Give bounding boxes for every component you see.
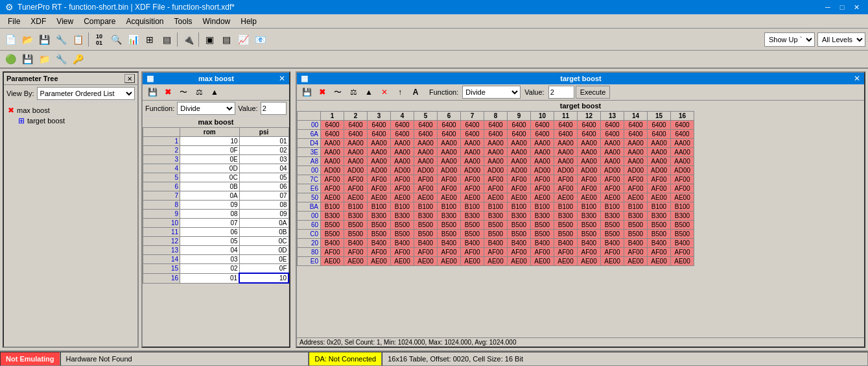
- tb-cell[interactable]: AA00: [344, 157, 368, 166]
- mb-cell-psi[interactable]: 0A: [239, 219, 288, 228]
- tb-cell[interactable]: AF00: [601, 184, 624, 193]
- tb-cell[interactable]: AE00: [624, 193, 648, 202]
- tb-cell[interactable]: B300: [554, 212, 578, 221]
- tree-item-target-boost[interactable]: ⊞ target boost: [17, 116, 135, 126]
- tb-cell[interactable]: B100: [414, 202, 438, 212]
- tb-cell[interactable]: B400: [554, 239, 578, 248]
- tb-cell[interactable]: AE00: [438, 257, 461, 266]
- mb-cell-psi[interactable]: 02: [239, 146, 288, 155]
- mb-cell-rom[interactable]: 06: [180, 228, 240, 237]
- mb-cell-rom[interactable]: 0A: [180, 191, 240, 201]
- tb-cell[interactable]: AA00: [368, 157, 391, 166]
- tb-cell[interactable]: B100: [344, 202, 368, 212]
- tb-cell[interactable]: B100: [601, 202, 624, 212]
- tb-cell[interactable]: AF00: [438, 184, 461, 193]
- tb-cell[interactable]: AA00: [321, 139, 344, 148]
- mb-function-select[interactable]: Divide Multiply Add Subtract: [177, 102, 235, 115]
- tb-cell[interactable]: B500: [531, 230, 554, 239]
- tb-cell[interactable]: B100: [531, 202, 554, 212]
- tb-cell[interactable]: AA00: [414, 148, 438, 157]
- tb-cell[interactable]: AE00: [531, 257, 554, 266]
- tb-cell[interactable]: AE00: [414, 193, 438, 202]
- mb-cell-psi[interactable]: 0E: [239, 255, 288, 264]
- tb-cell[interactable]: AF00: [391, 184, 414, 193]
- table-row[interactable]: 12050C: [143, 237, 289, 246]
- menu-view[interactable]: View: [51, 16, 78, 27]
- mb-cell-psi[interactable]: 04: [239, 164, 288, 173]
- tb-cell[interactable]: AF00: [321, 248, 344, 257]
- tb-cell[interactable]: AE00: [321, 193, 344, 202]
- tb-cell[interactable]: 6400: [368, 130, 391, 139]
- tb-cell[interactable]: B300: [624, 212, 648, 221]
- table-row[interactable]: 160110: [143, 273, 289, 283]
- tb-cell[interactable]: AE00: [391, 257, 414, 266]
- tb-cell[interactable]: AA00: [671, 139, 694, 148]
- tb-cell[interactable]: AA00: [391, 157, 414, 166]
- tb-cell[interactable]: B500: [461, 230, 484, 239]
- tb-cell[interactable]: AF00: [461, 248, 484, 257]
- tb-cell[interactable]: AA00: [391, 148, 414, 157]
- tb-cell[interactable]: AA00: [461, 139, 484, 148]
- table-row[interactable]: 80AF00AF00AF00AF00AF00AF00AF00AF00AF00AF…: [298, 248, 694, 257]
- tb-cell[interactable]: AF00: [508, 248, 531, 257]
- table-row[interactable]: E0AE00AE00AE00AE00AE00AE00AE00AE00AE00AE…: [298, 257, 694, 266]
- toolbar-save[interactable]: 💾: [36, 32, 52, 47]
- mb-cell-rom[interactable]: 0D: [180, 164, 240, 173]
- tb-cell[interactable]: AA00: [531, 157, 554, 166]
- tb-cell[interactable]: AF00: [461, 175, 484, 184]
- tb-cell[interactable]: 6400: [554, 121, 578, 130]
- tb-cell[interactable]: B300: [344, 212, 368, 221]
- table-row[interactable]: A8AA00AA00AA00AA00AA00AA00AA00AA00AA00AA…: [298, 157, 694, 166]
- tb-cell[interactable]: AF00: [554, 248, 578, 257]
- tb-cell[interactable]: AA00: [461, 148, 484, 157]
- tb-cell[interactable]: B500: [461, 221, 484, 230]
- tb-cell[interactable]: 6400: [601, 130, 624, 139]
- tb-cell[interactable]: 6400: [671, 130, 694, 139]
- tb-cell[interactable]: AA00: [624, 157, 648, 166]
- tb-cell[interactable]: AE00: [671, 257, 694, 266]
- tb-cell[interactable]: AF00: [438, 175, 461, 184]
- tb-cell[interactable]: B500: [391, 230, 414, 239]
- table-row[interactable]: 20F02: [143, 146, 289, 155]
- menu-file[interactable]: File: [3, 16, 25, 27]
- tb-cell[interactable]: B400: [438, 239, 461, 248]
- tb-cell[interactable]: AA00: [484, 148, 508, 157]
- tb-cell[interactable]: AF00: [578, 184, 601, 193]
- tb-cell[interactable]: B500: [624, 221, 648, 230]
- tb-cell[interactable]: AF00: [624, 248, 648, 257]
- table-row[interactable]: 30E03: [143, 155, 289, 164]
- tb-cell[interactable]: AA00: [321, 157, 344, 166]
- tb-cell[interactable]: AF00: [508, 175, 531, 184]
- table-row[interactable]: 11001: [143, 137, 289, 146]
- toolbar2-btn3[interactable]: 📁: [36, 51, 52, 67]
- menu-compare[interactable]: Compare: [78, 16, 121, 27]
- mb-cell-psi[interactable]: 05: [239, 173, 288, 182]
- tb-cell[interactable]: AF00: [671, 184, 694, 193]
- target-boost-table-scroll[interactable]: 12345678910111213141516 0064006400640064…: [297, 111, 864, 337]
- mb-save[interactable]: 💾: [145, 86, 159, 99]
- tb-cell[interactable]: AA00: [368, 148, 391, 157]
- toolbar-table[interactable]: ▤: [159, 32, 174, 47]
- tb-cell[interactable]: AA00: [438, 139, 461, 148]
- tb-cell[interactable]: B400: [368, 239, 391, 248]
- tb-cell[interactable]: AA00: [671, 148, 694, 157]
- tb-cell[interactable]: AF00: [508, 184, 531, 193]
- tb-cell[interactable]: B400: [321, 239, 344, 248]
- tb-cell[interactable]: AF00: [484, 248, 508, 257]
- tb-cell[interactable]: AA00: [438, 157, 461, 166]
- tb-cell[interactable]: B500: [601, 221, 624, 230]
- max-boost-close[interactable]: ✕: [279, 74, 285, 83]
- toolbar2-btn5[interactable]: 🔑: [70, 51, 86, 67]
- tb-cell[interactable]: AD00: [508, 166, 531, 175]
- toolbar-binary[interactable]: 1001: [91, 32, 107, 47]
- tb-cell[interactable]: AE00: [391, 193, 414, 202]
- tb-cell[interactable]: AF00: [321, 184, 344, 193]
- tb-cell[interactable]: AD00: [368, 166, 391, 175]
- tb-cell[interactable]: AF00: [391, 175, 414, 184]
- tb-cell[interactable]: B500: [438, 221, 461, 230]
- tb-cell[interactable]: B100: [461, 202, 484, 212]
- tb-cell[interactable]: B500: [438, 230, 461, 239]
- mb-cell-rom[interactable]: 0F: [180, 146, 240, 155]
- tb-cell[interactable]: AD00: [531, 166, 554, 175]
- table-row[interactable]: 7CAF00AF00AF00AF00AF00AF00AF00AF00AF00AF…: [298, 175, 694, 184]
